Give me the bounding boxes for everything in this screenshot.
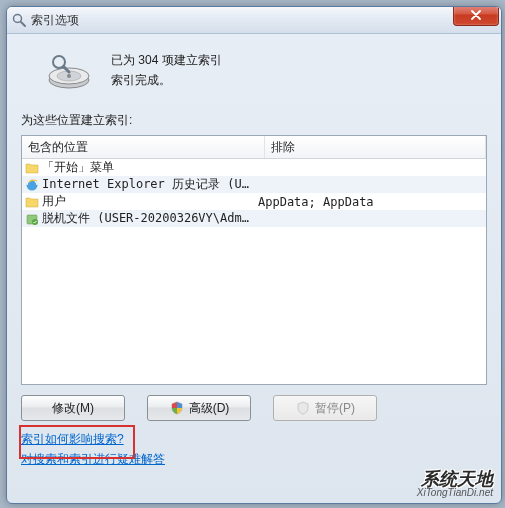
window-title: 索引选项 <box>31 12 79 29</box>
folder-icon <box>24 194 40 210</box>
pause-button-label: 暂停(P) <box>315 400 355 417</box>
list-item[interactable]: 「开始」菜单 <box>22 159 486 176</box>
help-link-how-indexing-affects-search[interactable]: 索引如何影响搜索? <box>21 429 124 449</box>
shield-icon <box>169 400 185 416</box>
column-header-location[interactable]: 包含的位置 <box>22 136 265 158</box>
indexing-options-window: 索引选项 已为 304 项建立索引 索引完成。 <box>6 6 502 504</box>
titlebar[interactable]: 索引选项 <box>7 7 501 34</box>
list-header: 包含的位置 排除 <box>22 136 486 159</box>
watermark-url: XiTongTianDi.net <box>417 488 493 498</box>
svg-point-5 <box>67 74 71 78</box>
advanced-button[interactable]: 高级(D) <box>147 395 251 421</box>
shield-icon <box>295 400 311 416</box>
help-link-troubleshoot-search[interactable]: 对搜索和索引进行疑难解答 <box>21 449 165 469</box>
section-label: 为这些位置建立索引: <box>21 112 487 129</box>
location-cell: Internet Explorer 历史记录 (USE... <box>42 176 252 193</box>
folder-icon <box>24 160 40 176</box>
list-body: 「开始」菜单 Internet Explorer 历史记录 (USE... 用户 <box>22 159 486 227</box>
help-links: 索引如何影响搜索? 对搜索和索引进行疑难解答 <box>21 429 487 469</box>
watermark-title: 系统天地 <box>417 470 493 488</box>
list-item[interactable]: Internet Explorer 历史记录 (USE... <box>22 176 486 193</box>
button-row: 修改(M) 高级(D) <box>21 395 487 421</box>
content-area: 已为 304 项建立索引 索引完成。 为这些位置建立索引: 包含的位置 排除 「… <box>7 34 501 504</box>
column-header-exclude[interactable]: 排除 <box>265 136 486 158</box>
status-line-2: 索引完成。 <box>111 70 222 90</box>
pause-button: 暂停(P) <box>273 395 377 421</box>
location-cell: 「开始」菜单 <box>42 159 252 176</box>
locations-list: 包含的位置 排除 「开始」菜单 Internet Explorer 历史记录 (… <box>21 135 487 385</box>
modify-button-label: 修改(M) <box>52 400 94 417</box>
hard-disk-icon <box>45 46 93 94</box>
list-item[interactable]: 用户 AppData; AppData <box>22 193 486 210</box>
status-row: 已为 304 项建立索引 索引完成。 <box>21 46 487 94</box>
list-item[interactable]: 脱机文件 (USER-20200326VY\Admin... <box>22 210 486 227</box>
ie-icon <box>24 177 40 193</box>
watermark: 系统天地 XiTongTianDi.net <box>417 470 493 498</box>
magnifier-icon <box>11 12 27 28</box>
offline-files-icon <box>24 211 40 227</box>
advanced-button-label: 高级(D) <box>189 400 230 417</box>
modify-button[interactable]: 修改(M) <box>21 395 125 421</box>
exclude-cell: AppData; AppData <box>252 195 486 209</box>
svg-line-1 <box>21 22 25 26</box>
status-line-1: 已为 304 项建立索引 <box>111 50 222 70</box>
location-cell: 用户 <box>42 193 252 210</box>
location-cell: 脱机文件 (USER-20200326VY\Admin... <box>42 210 252 227</box>
status-text: 已为 304 项建立索引 索引完成。 <box>111 50 222 90</box>
close-button[interactable] <box>453 6 499 26</box>
